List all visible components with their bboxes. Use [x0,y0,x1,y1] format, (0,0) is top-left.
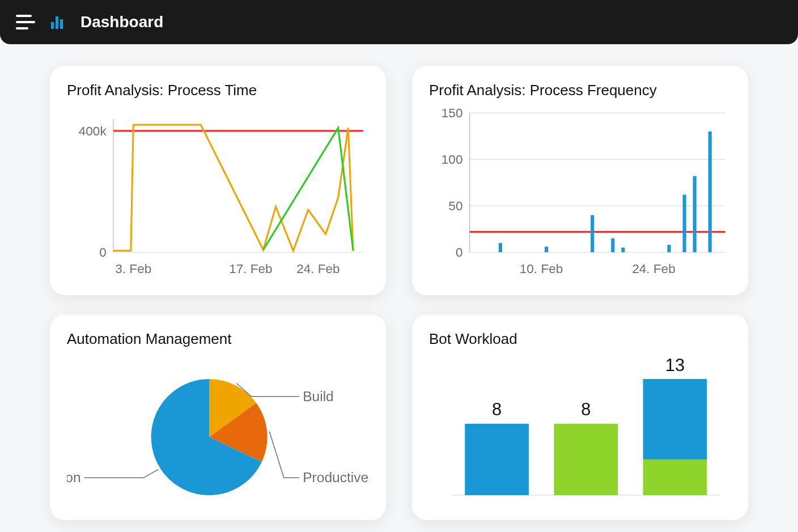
svg-text:10. Feb: 10. Feb [520,262,563,276]
page-title: Dashboard [80,13,163,31]
svg-text:400k: 400k [79,124,107,138]
svg-rect-1 [56,16,58,29]
card-title: Bot Workload [429,330,731,348]
svg-rect-42 [643,379,707,459]
card-title: Automation Management [67,330,369,348]
app-header: Dashboard [0,0,798,44]
card-title: Profit Analysis: Process Frequency [429,82,731,99]
svg-rect-26 [621,248,625,252]
svg-text:17. Feb: 17. Feb [229,262,272,276]
chart-process-frequency: 05010015010. Feb24. Feb [429,107,731,282]
svg-text:0: 0 [456,245,463,259]
svg-text:Productive: Productive [303,470,368,485]
svg-rect-0 [51,22,54,29]
svg-text:13: 13 [665,356,685,375]
svg-text:50: 50 [448,199,462,213]
svg-text:8: 8 [581,399,591,419]
card-automation-management: Automation Management BuildProductiveEva… [50,314,386,521]
svg-rect-39 [554,423,618,495]
svg-text:100: 100 [442,152,463,167]
svg-rect-41 [643,459,707,495]
card-title: Profit Analysis: Process Time [67,82,369,99]
svg-rect-30 [708,131,712,252]
svg-text:0: 0 [99,245,107,259]
card-process-time: Profit Analysis: Process Time 0400k3. Fe… [50,66,386,295]
svg-text:8: 8 [492,399,502,419]
svg-text:3. Feb: 3. Feb [115,262,151,276]
svg-rect-37 [465,423,529,495]
menu-icon[interactable] [16,15,35,29]
svg-rect-28 [683,195,686,253]
card-process-frequency: Profit Analysis: Process Frequency 05010… [412,66,748,295]
chart-process-time: 0400k3. Feb17. Feb24. Feb [67,107,369,282]
svg-text:Evaluation: Evaluation [67,470,81,485]
svg-text:Build: Build [303,388,334,403]
svg-rect-22 [499,243,502,252]
svg-rect-29 [693,176,697,252]
svg-rect-24 [591,215,594,253]
card-bot-workload: Bot Workload 8813 [412,314,748,521]
chart-bot-workload: 8813 [429,356,731,507]
svg-text:150: 150 [442,107,463,120]
bar-chart-icon [50,14,66,30]
svg-rect-23 [545,246,548,252]
chart-automation-management: BuildProductiveEvaluation [67,356,369,507]
dashboard-grid: Profit Analysis: Process Time 0400k3. Fe… [0,44,798,532]
svg-rect-2 [60,19,63,29]
svg-text:24. Feb: 24. Feb [632,262,675,276]
svg-rect-27 [667,245,670,252]
svg-rect-25 [611,239,614,253]
svg-text:24. Feb: 24. Feb [296,262,339,276]
